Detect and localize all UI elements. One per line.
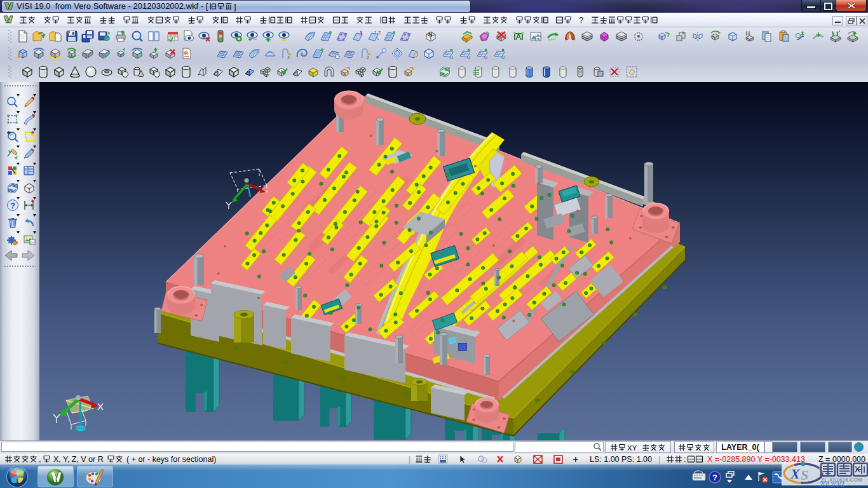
svg-text:|: | (409, 455, 410, 464)
svg-text:( + or - keys for sectional): ( + or - keys for sectional) (126, 455, 216, 464)
svg-text:X, Y, Z, V or R: X, Y, Z, V or R (53, 455, 104, 464)
svg-text:,: , (39, 455, 41, 464)
svg-text:S: S (801, 467, 808, 483)
svg-text:?: ? (712, 473, 717, 482)
svg-text:?: ? (579, 15, 583, 25)
svg-text:XY: XY (627, 444, 637, 452)
svg-text:|: | (658, 455, 660, 464)
svg-text::: : (684, 455, 686, 464)
svg-text:LS: 1.00 PS: 1.00: LS: 1.00 PS: 1.00 (590, 455, 652, 464)
svg-text:2012/3/2: 2012/3/2 (820, 481, 844, 488)
svg-text:]: ] (234, 2, 236, 11)
svg-text:X: X (790, 466, 801, 482)
